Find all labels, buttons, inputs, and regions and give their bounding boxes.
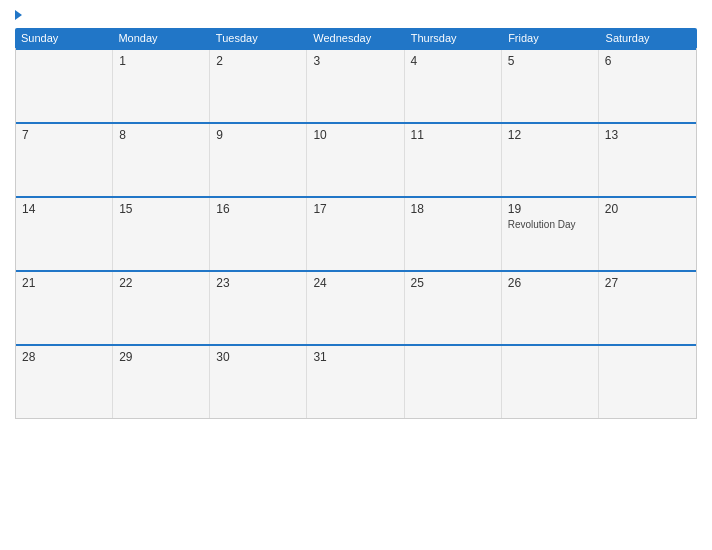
event-label: Revolution Day <box>508 218 592 231</box>
logo-blue-text <box>15 10 24 20</box>
day-header-monday: Monday <box>112 28 209 48</box>
day-cell: 28 <box>16 346 113 418</box>
day-cell: 6 <box>599 50 696 122</box>
day-cell: 25 <box>405 272 502 344</box>
day-number: 2 <box>216 54 300 68</box>
day-cell <box>405 346 502 418</box>
day-number: 12 <box>508 128 592 142</box>
day-header-tuesday: Tuesday <box>210 28 307 48</box>
day-cell: 10 <box>307 124 404 196</box>
day-number: 19 <box>508 202 592 216</box>
day-number: 9 <box>216 128 300 142</box>
day-cell <box>599 346 696 418</box>
week-row-5: 28293031 <box>16 344 696 418</box>
day-cell: 1 <box>113 50 210 122</box>
day-cell: 11 <box>405 124 502 196</box>
week-row-1: 123456 <box>16 48 696 122</box>
day-header-sunday: Sunday <box>15 28 112 48</box>
day-cell: 24 <box>307 272 404 344</box>
day-cell <box>16 50 113 122</box>
day-number: 11 <box>411 128 495 142</box>
day-cell: 4 <box>405 50 502 122</box>
day-number: 30 <box>216 350 300 364</box>
day-number: 5 <box>508 54 592 68</box>
day-cell: 16 <box>210 198 307 270</box>
day-cell: 26 <box>502 272 599 344</box>
day-number: 10 <box>313 128 397 142</box>
week-row-4: 21222324252627 <box>16 270 696 344</box>
day-cell: 29 <box>113 346 210 418</box>
day-number: 22 <box>119 276 203 290</box>
day-number: 7 <box>22 128 106 142</box>
calendar-header <box>15 10 697 20</box>
day-cell <box>502 346 599 418</box>
day-number: 16 <box>216 202 300 216</box>
day-cell: 27 <box>599 272 696 344</box>
day-cell: 3 <box>307 50 404 122</box>
day-header-friday: Friday <box>502 28 599 48</box>
day-cell: 15 <box>113 198 210 270</box>
day-number: 17 <box>313 202 397 216</box>
week-row-3: 141516171819Revolution Day20 <box>16 196 696 270</box>
day-number: 27 <box>605 276 690 290</box>
day-cell: 20 <box>599 198 696 270</box>
day-cell: 17 <box>307 198 404 270</box>
day-number: 24 <box>313 276 397 290</box>
day-number: 25 <box>411 276 495 290</box>
day-cell: 30 <box>210 346 307 418</box>
day-cell: 9 <box>210 124 307 196</box>
day-number: 4 <box>411 54 495 68</box>
day-cell: 14 <box>16 198 113 270</box>
day-number: 15 <box>119 202 203 216</box>
day-cell: 18 <box>405 198 502 270</box>
day-header-thursday: Thursday <box>405 28 502 48</box>
day-number: 6 <box>605 54 690 68</box>
calendar-wrapper: Sunday Monday Tuesday Wednesday Thursday… <box>0 0 712 550</box>
day-cell: 21 <box>16 272 113 344</box>
calendar-grid: 12345678910111213141516171819Revolution … <box>15 48 697 419</box>
day-number: 18 <box>411 202 495 216</box>
day-header-saturday: Saturday <box>600 28 697 48</box>
day-number: 13 <box>605 128 690 142</box>
day-number: 28 <box>22 350 106 364</box>
logo-triangle-icon <box>15 10 22 20</box>
day-cell: 22 <box>113 272 210 344</box>
day-number: 26 <box>508 276 592 290</box>
day-cell: 5 <box>502 50 599 122</box>
day-number: 23 <box>216 276 300 290</box>
day-cell: 8 <box>113 124 210 196</box>
day-cell: 7 <box>16 124 113 196</box>
day-number: 31 <box>313 350 397 364</box>
day-number: 14 <box>22 202 106 216</box>
day-number: 8 <box>119 128 203 142</box>
logo <box>15 10 24 20</box>
day-number: 20 <box>605 202 690 216</box>
day-headers: Sunday Monday Tuesday Wednesday Thursday… <box>15 28 697 48</box>
day-header-wednesday: Wednesday <box>307 28 404 48</box>
day-cell: 12 <box>502 124 599 196</box>
day-number: 3 <box>313 54 397 68</box>
day-cell: 2 <box>210 50 307 122</box>
day-number: 29 <box>119 350 203 364</box>
day-cell: 31 <box>307 346 404 418</box>
day-number: 21 <box>22 276 106 290</box>
day-cell: 19Revolution Day <box>502 198 599 270</box>
day-number: 1 <box>119 54 203 68</box>
day-cell: 13 <box>599 124 696 196</box>
day-cell: 23 <box>210 272 307 344</box>
week-row-2: 78910111213 <box>16 122 696 196</box>
